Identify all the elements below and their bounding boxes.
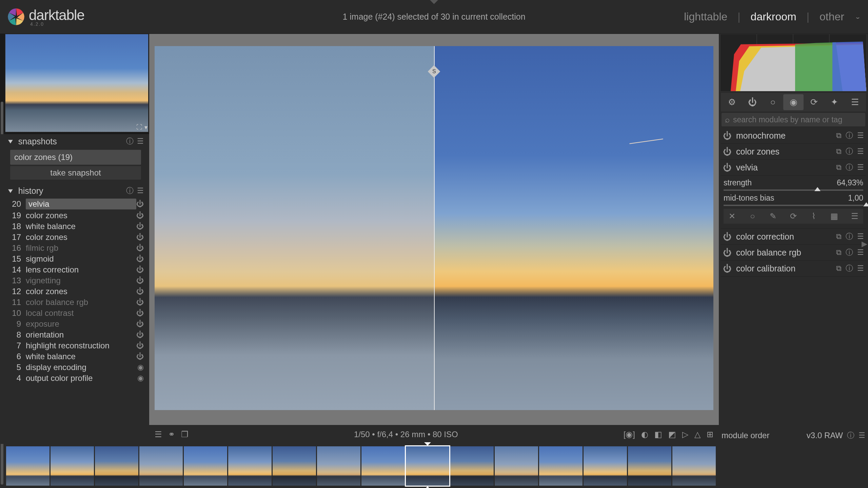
filmstrip[interactable] xyxy=(0,444,868,488)
tab-base-icon[interactable]: ○ xyxy=(763,94,783,110)
history-item[interactable]: 15sigmoid⏻ xyxy=(6,253,145,264)
styles-icon[interactable]: ⚭ xyxy=(168,430,175,439)
power-icon[interactable]: ⏻ xyxy=(136,222,144,231)
power-icon[interactable]: ⏻ xyxy=(136,287,144,296)
power-icon[interactable]: ⏻ xyxy=(723,232,731,242)
power-icon[interactable]: ⏻ xyxy=(136,309,144,318)
tab-correct-icon[interactable]: ⟳ xyxy=(804,94,824,110)
history-item[interactable]: 8orientation⏻ xyxy=(6,329,145,340)
module-monochrome[interactable]: ⏻monochrome⧉ⓘ☰ xyxy=(721,128,866,144)
tab-menu-icon[interactable]: ☰ xyxy=(845,94,865,110)
power-icon[interactable]: ⏻ xyxy=(136,244,144,252)
softproof-icon[interactable]: ▷ xyxy=(682,430,688,439)
history-item[interactable]: 12color zones⏻ xyxy=(6,286,145,297)
history-item[interactable]: 5display encoding◉ xyxy=(6,362,145,373)
presets-icon[interactable]: ☰ xyxy=(857,163,864,172)
filmstrip-thumb[interactable] xyxy=(628,446,671,486)
presets-icon[interactable]: ☰ xyxy=(857,147,864,156)
history-item[interactable]: 10local contrast⏻ xyxy=(6,308,145,319)
iso-check-icon[interactable]: ◐ xyxy=(641,430,648,439)
blend-drawn-icon[interactable]: ✎ xyxy=(767,211,780,221)
history-item[interactable]: 17color zones⏻ xyxy=(6,232,145,243)
power-icon[interactable]: ⏻ xyxy=(136,352,144,361)
view-other[interactable]: other xyxy=(820,11,844,23)
multi-instance-icon[interactable]: ⧉ xyxy=(836,131,842,140)
focus-peaking-icon[interactable]: [◉] xyxy=(624,430,635,439)
search-input[interactable] xyxy=(733,115,862,124)
blend-off-icon[interactable]: ✕ xyxy=(726,211,738,221)
multi-instance-icon[interactable]: ⧉ xyxy=(836,147,842,156)
second-window-icon[interactable]: ❐ xyxy=(181,430,189,439)
multi-instance-icon[interactable]: ⧉ xyxy=(836,163,842,172)
history-item[interactable]: 16filmic rgb⏻ xyxy=(6,243,145,253)
reset-icon[interactable]: ⓘ xyxy=(846,162,853,172)
power-icon[interactable]: ⏻ xyxy=(136,341,144,350)
app-logo[interactable]: darktable 4.2.0 xyxy=(7,7,84,27)
tab-active-icon[interactable]: ⏻ xyxy=(742,94,763,110)
history-item[interactable]: 20velvia⏻ xyxy=(6,198,145,210)
tab-effect-icon[interactable]: ✦ xyxy=(824,94,845,110)
image-canvas[interactable]: S ☰ ⚭ ❐ 1/50 • f/6,4 • 26 mm • 80 ISO [◉… xyxy=(149,34,719,444)
module-color-balance-rgb[interactable]: ⏻color balance rgb⧉ⓘ☰ xyxy=(721,245,866,261)
snapshots-header[interactable]: ▼ snapshots ⓘ ☰ xyxy=(6,134,145,148)
power-icon[interactable]: ⏻ xyxy=(723,248,731,258)
blend-drawnparam-icon[interactable]: ⌇ xyxy=(807,211,820,221)
blend-uniform-icon[interactable]: ○ xyxy=(746,211,759,221)
filmstrip-thumb[interactable] xyxy=(450,446,494,486)
filmstrip-thumb[interactable] xyxy=(139,446,183,486)
power-icon[interactable]: ⏻ xyxy=(136,211,144,220)
slider-midtones[interactable]: mid-tones bias1,00 xyxy=(724,192,863,207)
menu-icon[interactable]: ☰ xyxy=(859,431,865,440)
history-header[interactable]: ▼ history ⓘ ☰ xyxy=(6,184,145,198)
power-icon[interactable]: ⏻ xyxy=(723,163,731,172)
power-icon[interactable]: ⏻ xyxy=(723,131,731,141)
history-item[interactable]: 18white balance⏻ xyxy=(6,221,145,232)
power-icon[interactable]: ⏻ xyxy=(136,298,144,307)
filmstrip-thumb[interactable] xyxy=(317,446,360,486)
reset-icon[interactable]: ⓘ xyxy=(846,247,853,258)
module-velvia[interactable]: ⏻velvia⧉ⓘ☰ xyxy=(721,160,866,176)
take-snapshot-button[interactable]: take snapshot xyxy=(10,166,141,180)
history-item[interactable]: 9exposure⏻ xyxy=(6,319,145,329)
history-item[interactable]: 19color zones⏻ xyxy=(6,210,145,221)
multi-instance-icon[interactable]: ⧉ xyxy=(836,264,842,273)
filmstrip-thumb[interactable] xyxy=(672,446,716,486)
filmstrip-thumb[interactable] xyxy=(406,446,449,486)
slider-strength[interactable]: strength64,93% xyxy=(724,177,863,192)
quick-access-icon[interactable]: ☰ xyxy=(155,430,162,439)
filmstrip-thumb[interactable] xyxy=(95,446,138,486)
reset-icon[interactable]: ⓘ xyxy=(126,186,134,196)
guides-icon[interactable]: ⊞ xyxy=(707,430,713,439)
power-icon[interactable]: ⏻ xyxy=(136,200,144,208)
split-divider[interactable] xyxy=(434,46,435,410)
history-item[interactable]: 14lens correction⏻ xyxy=(6,264,145,275)
chevron-down-icon[interactable]: ▾ xyxy=(144,124,147,131)
reset-icon[interactable]: ⓘ xyxy=(846,231,853,242)
presets-icon[interactable]: ☰ xyxy=(857,264,864,273)
history-item[interactable]: 7highlight reconstruction⏻ xyxy=(6,340,145,351)
filmstrip-thumb[interactable] xyxy=(273,446,316,486)
overexposed-icon[interactable]: ◧ xyxy=(654,430,662,439)
reset-icon[interactable]: ⓘ xyxy=(846,146,853,157)
history-item[interactable]: 11color balance rgb⏻ xyxy=(6,297,145,308)
presets-icon[interactable]: ☰ xyxy=(857,131,864,140)
reset-icon[interactable]: ⓘ xyxy=(126,136,134,146)
module-color-calibration[interactable]: ⏻color calibration⧉ⓘ☰ xyxy=(721,261,866,277)
history-item[interactable]: 4output color profile◉ xyxy=(6,373,145,384)
collapse-right-icon[interactable]: ▶ xyxy=(862,240,867,248)
power-icon[interactable]: ⏻ xyxy=(136,255,144,263)
blend-raster-icon[interactable]: ▦ xyxy=(828,211,841,221)
multi-instance-icon[interactable]: ⧉ xyxy=(836,232,842,241)
always-on-icon[interactable]: ◉ xyxy=(137,363,144,372)
menu-icon[interactable]: ☰ xyxy=(137,186,144,195)
power-icon[interactable]: ⏻ xyxy=(136,233,144,242)
history-item[interactable]: 6white balance⏻ xyxy=(6,351,145,362)
power-icon[interactable]: ⏻ xyxy=(723,147,731,157)
power-icon[interactable]: ⏻ xyxy=(136,320,144,328)
info-icon[interactable]: ⓘ xyxy=(847,430,854,441)
filmstrip-thumb[interactable] xyxy=(6,446,50,486)
filmstrip-thumb[interactable] xyxy=(539,446,583,486)
expand-top-icon[interactable] xyxy=(430,0,438,4)
filmstrip-thumb[interactable] xyxy=(361,446,405,486)
fullscreen-icon[interactable]: ⛶ xyxy=(136,124,142,131)
